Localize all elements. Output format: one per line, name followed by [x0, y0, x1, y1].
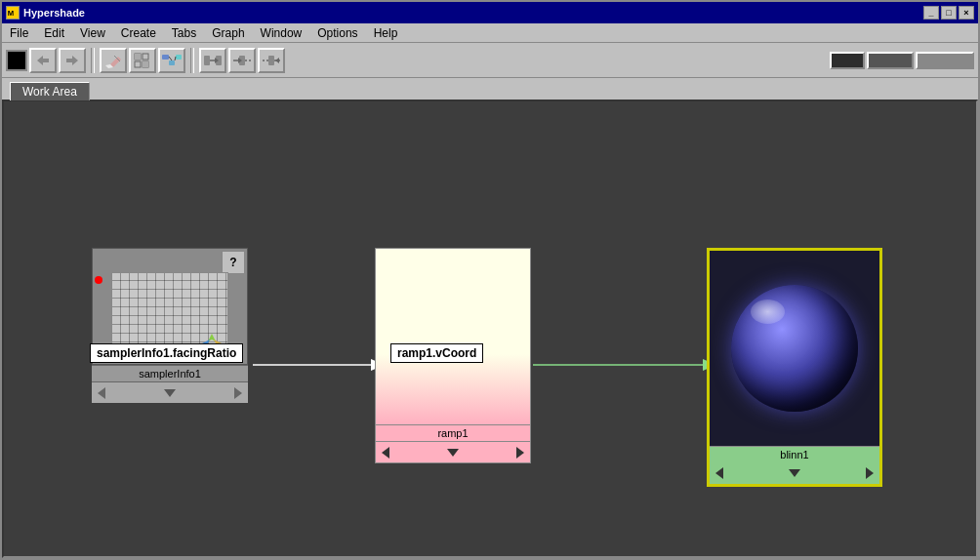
toolbar-sep-2 — [190, 48, 194, 73]
menu-file[interactable]: File — [2, 24, 36, 42]
sampler-left-triangle[interactable] — [98, 387, 105, 399]
tab-bar: Work Area — [2, 78, 978, 100]
svg-text:M: M — [8, 9, 14, 18]
toolbar-clear-button[interactable] — [100, 48, 127, 73]
ramp-down-triangle[interactable] — [447, 449, 459, 457]
toolbar-medium-rect[interactable] — [867, 52, 914, 69]
question-icon[interactable]: ? — [222, 251, 245, 274]
blinn-down-triangle[interactable] — [789, 469, 800, 477]
blinn-node[interactable]: blinn1 — [707, 248, 882, 487]
blinn-sphere-area — [710, 251, 879, 446]
toolbar — [2, 43, 978, 78]
svg-rect-10 — [143, 54, 148, 60]
svg-rect-17 — [176, 55, 182, 60]
svg-rect-16 — [169, 60, 175, 65]
svg-rect-5 — [66, 59, 72, 62]
svg-marker-6 — [110, 57, 121, 67]
tab-work-area[interactable]: Work Area — [10, 82, 90, 100]
svg-rect-20 — [204, 56, 210, 65]
menu-create[interactable]: Create — [113, 24, 164, 42]
blinn-node-body: blinn1 — [707, 248, 882, 487]
blinn-node-controls — [710, 462, 879, 484]
toolbar-small-rect[interactable] — [830, 52, 865, 69]
toolbar-grid-button[interactable] — [129, 48, 156, 73]
ramp-left-triangle[interactable] — [382, 447, 389, 459]
close-button[interactable]: × — [959, 6, 974, 20]
toolbar-sep-1 — [91, 48, 95, 73]
svg-line-19 — [175, 57, 176, 60]
green-arrow-icon — [200, 332, 224, 355]
toolbar-input-button[interactable] — [228, 48, 256, 73]
menu-view[interactable]: View — [72, 24, 113, 42]
toolbar-network-button[interactable] — [158, 48, 185, 73]
window-title: Hypershade — [23, 7, 85, 19]
hypershade-window: M Hypershade _ □ × File Edit View Create… — [0, 0, 980, 560]
svg-rect-11 — [135, 61, 141, 67]
red-dot-indicator — [95, 276, 102, 284]
app-icon: M — [6, 6, 20, 20]
ramp-gradient — [376, 249, 530, 424]
title-controls: _ □ × — [923, 6, 974, 20]
sampler-node-body: ? — [92, 248, 248, 365]
toolbar-output-button[interactable] — [258, 48, 285, 73]
menu-options[interactable]: Options — [309, 24, 365, 42]
menu-edit[interactable]: Edit — [36, 24, 72, 42]
toolbar-input-output-button[interactable] — [199, 48, 226, 73]
blinn-sphere — [731, 285, 858, 412]
svg-line-18 — [169, 57, 172, 60]
ramp-node-label: ramp1 — [376, 424, 530, 441]
toolbar-back-button[interactable] — [29, 48, 57, 73]
svg-rect-13 — [135, 54, 141, 60]
ramp-right-triangle[interactable] — [516, 447, 524, 459]
sampler-down-triangle[interactable] — [164, 389, 176, 397]
title-bar-left: M Hypershade — [6, 6, 85, 20]
blinn-right-triangle[interactable] — [866, 467, 874, 479]
maximize-button[interactable]: □ — [941, 6, 957, 20]
svg-marker-2 — [37, 56, 43, 65]
sampler-right-triangle[interactable] — [234, 387, 242, 399]
menu-tabs[interactable]: Tabs — [164, 24, 204, 42]
svg-rect-15 — [162, 55, 169, 60]
ramp-node-body: ramp1 — [375, 248, 531, 463]
sampler-node-controls — [92, 381, 248, 403]
menu-window[interactable]: Window — [253, 24, 310, 42]
sampler-info-node[interactable]: ? samplerInfo1 — [92, 248, 248, 403]
svg-marker-4 — [72, 56, 78, 65]
menu-bar: File Edit View Create Tabs Graph Window … — [2, 23, 978, 43]
toolbar-right — [830, 52, 974, 69]
ramp-node-controls — [376, 441, 530, 462]
svg-rect-3 — [43, 59, 49, 62]
title-bar: M Hypershade _ □ × — [2, 2, 978, 23]
svg-marker-38 — [202, 340, 210, 347]
toolbar-black-btn[interactable] — [6, 50, 27, 71]
minimize-button[interactable]: _ — [923, 6, 939, 20]
svg-marker-39 — [214, 340, 222, 347]
blinn-node-label: blinn1 — [710, 446, 879, 462]
svg-rect-28 — [268, 56, 274, 65]
work-area[interactable]: ? samplerInfo1 — [2, 100, 978, 558]
blinn-left-triangle[interactable] — [715, 467, 723, 479]
svg-rect-14 — [143, 61, 148, 67]
sampler-node-label: samplerInfo1 — [92, 365, 248, 381]
toolbar-large-rect[interactable] — [916, 52, 974, 69]
menu-graph[interactable]: Graph — [204, 24, 252, 42]
ramp-node[interactable]: ramp1 — [375, 248, 531, 463]
toolbar-forward-button[interactable] — [59, 48, 86, 73]
menu-help[interactable]: Help — [366, 24, 406, 42]
svg-marker-30 — [275, 58, 279, 63]
